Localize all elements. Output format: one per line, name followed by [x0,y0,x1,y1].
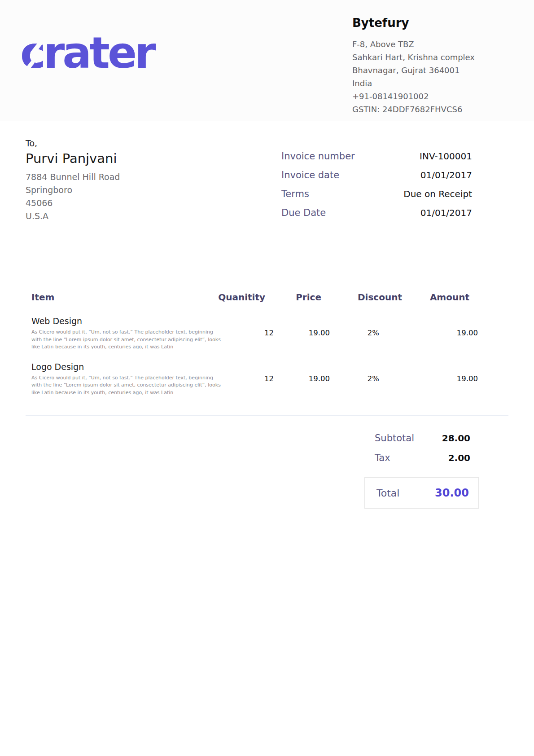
items-table-header: Item Quanitity Price Discount Amount [31,291,469,303]
item-price: 19.00 [274,374,330,383]
tax-value: 2.00 [448,453,470,463]
item-description: As Cicero would put it, “Um, not so fast… [31,374,224,397]
column-header-amount: Amount [402,291,469,303]
item-cell: Web Design As Cicero would put it, “Um, … [31,315,224,351]
invoice-number-value: INV-100001 [420,151,472,162]
tax-label: Tax [375,453,390,463]
subtotal-value: 28.00 [442,433,470,444]
due-date-row: Due Date 01/01/2017 [281,207,472,219]
customer-address-line: Springboro [26,184,214,197]
terms-label: Terms [281,189,309,199]
column-header-discount: Discount [321,291,402,303]
invoice-meta-block: Invoice number INV-100001 Invoice date 0… [281,150,472,225]
terms-value: Due on Receipt [403,189,472,199]
item-description: As Cicero would put it, “Um, not so fast… [31,329,224,351]
bill-to-block: To, Purvi Panjvani 7884 Bunnel Hill Road… [26,138,214,223]
logo-crack-icon [199,38,212,53]
invoice-header: crater Bytefury F-8, Above TBZ Sahkari H… [0,0,534,121]
item-amount: 19.00 [411,329,478,337]
invoice-date-row: Invoice date 01/01/2017 [281,169,472,181]
column-header-price: Price [265,291,321,303]
invoice-page: crater Bytefury F-8, Above TBZ Sahkari H… [0,0,534,756]
company-gstin: GSTIN: 24DDF7682FHVCS6 [352,103,500,116]
item-price: 19.00 [274,329,330,337]
subtotal-label: Subtotal [375,433,414,444]
subtotal-row: Subtotal 28.00 [364,432,470,444]
total-label: Total [376,488,399,499]
customer-name: Purvi Panjvani [26,151,214,166]
due-date-label: Due Date [281,207,326,218]
item-name: Logo Design [31,361,224,373]
invoice-number-row: Invoice number INV-100001 [281,150,472,163]
company-name: Bytefury [352,16,500,30]
tax-row: Tax 2.00 [364,452,470,464]
company-info: Bytefury F-8, Above TBZ Sahkari Hart, Kr… [352,16,500,116]
table-row: Web Design As Cicero would put it, “Um, … [31,315,469,351]
item-quantity: 12 [224,374,274,383]
item-quantity: 12 [224,329,274,337]
column-header-item: Item [31,291,216,303]
item-discount: 2% [330,374,411,383]
company-address-line: F-8, Above TBZ [352,38,500,51]
invoice-date-value: 01/01/2017 [420,170,472,180]
total-value: 30.00 [435,487,469,499]
item-cell: Logo Design As Cicero would put it, “Um,… [31,361,224,397]
invoice-date-label: Invoice date [281,170,339,180]
item-name: Web Design [31,315,224,327]
crater-wordmark: crater [20,28,153,78]
company-address-line: India [352,77,500,90]
logo-letters-mid: rate [44,28,135,78]
table-row: Logo Design As Cicero would put it, “Um,… [31,361,469,397]
table-bottom-divider [26,415,508,416]
grand-total-box: Total 30.00 [364,477,479,509]
company-address-line: Bhavnagar, Gujrat 364001 [352,64,500,77]
crater-logo: crater [20,26,153,84]
terms-row: Terms Due on Receipt [281,188,472,200]
items-table: Item Quanitity Price Discount Amount Web… [31,291,469,396]
totals-block: Subtotal 28.00 Tax 2.00 [364,432,470,471]
customer-address-line: 45066 [26,197,214,210]
column-header-quantity: Quanitity [216,291,265,303]
item-discount: 2% [330,329,411,337]
bill-to-label: To, [26,138,214,148]
customer-address-line: 7884 Bunnel Hill Road [26,171,214,184]
customer-address-line: U.S.A [26,210,214,223]
item-amount: 19.00 [411,374,478,383]
logo-letter-r: r [135,28,153,78]
company-address-line: Sahkari Hart, Krishna complex [352,51,500,64]
company-phone: +91-08141901002 [352,90,500,103]
due-date-value: 01/01/2017 [420,207,472,218]
invoice-number-label: Invoice number [281,151,355,162]
